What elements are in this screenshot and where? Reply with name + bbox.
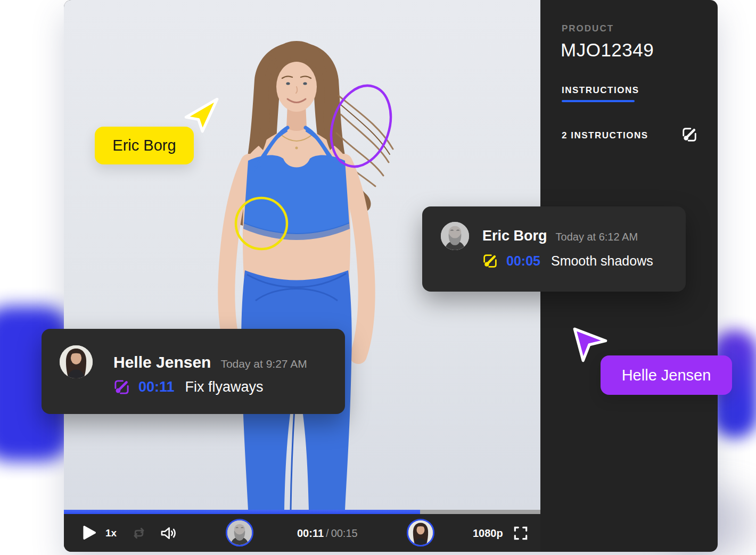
- avatar-eric: [441, 222, 469, 250]
- cursor-label-helle: Helle Jensen: [601, 355, 732, 395]
- playback-speed-button[interactable]: 1x: [105, 527, 117, 539]
- timeline-marker-helle[interactable]: [407, 519, 434, 546]
- current-time: 00:11: [297, 527, 324, 539]
- loop-icon[interactable]: [131, 525, 147, 541]
- comment-timestamp: Today at 6:12 AM: [556, 231, 638, 243]
- comment-timecode[interactable]: 00:05: [506, 253, 540, 269]
- instructions-count: 2 INSTRUCTIONS: [562, 130, 648, 141]
- time-display: 00:11/00:15: [297, 527, 366, 540]
- avatar-helle: [60, 345, 93, 378]
- comment-timecode[interactable]: 00:11: [138, 379, 175, 395]
- volume-icon[interactable]: [160, 525, 178, 542]
- comment-author: Helle Jensen: [113, 353, 211, 371]
- cursor-label-eric: Eric Borg: [95, 127, 194, 164]
- progress-fill: [64, 510, 420, 514]
- brush-annotate-icon[interactable]: [681, 127, 697, 143]
- fullscreen-icon[interactable]: [512, 525, 529, 542]
- duration: 00:15: [331, 527, 358, 539]
- comment-card-helle[interactable]: Helle Jensen Today at 9:27 AM 00:11 Fix …: [42, 329, 345, 414]
- tab-instructions[interactable]: INSTRUCTIONS: [562, 85, 639, 96]
- brush-annotate-icon: [482, 253, 498, 269]
- app-stage: 1x 00:11/00:15: [0, 0, 756, 555]
- brush-annotate-icon: [113, 379, 130, 395]
- comment-timestamp: Today at 9:27 AM: [220, 358, 307, 370]
- quality-selector[interactable]: 1080p: [473, 527, 503, 540]
- annotation-ellipse-purple: [321, 78, 400, 174]
- timeline-marker-eric[interactable]: [226, 519, 253, 546]
- comment-author: Eric Borg: [482, 228, 547, 244]
- comment-card-eric[interactable]: Eric Borg Today at 6:12 AM 00:05 Smooth …: [422, 206, 686, 292]
- annotation-circle-yellow: [236, 198, 287, 249]
- player-controls: 1x 00:11/00:15: [64, 514, 540, 552]
- product-label: PRODUCT: [562, 23, 614, 34]
- time-separator: /: [324, 527, 331, 539]
- comment-text: Smooth shadows: [551, 253, 653, 269]
- play-button[interactable]: [79, 523, 98, 542]
- progress-bar[interactable]: [64, 510, 540, 514]
- product-code: MJO12349: [561, 39, 654, 61]
- tab-active-underline: [562, 100, 635, 102]
- comment-text: Fix flyaways: [185, 379, 264, 395]
